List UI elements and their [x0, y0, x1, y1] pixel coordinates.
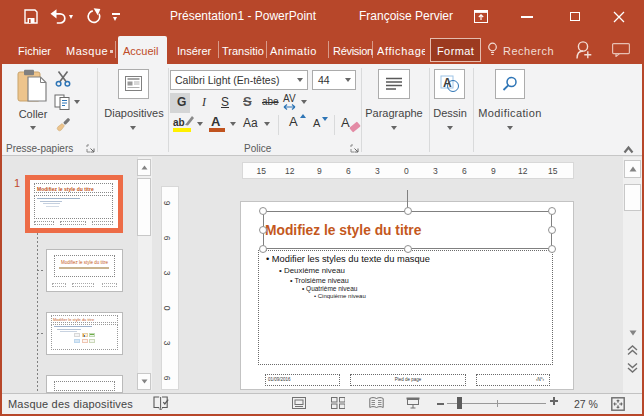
svg-text:A: A — [443, 76, 452, 90]
